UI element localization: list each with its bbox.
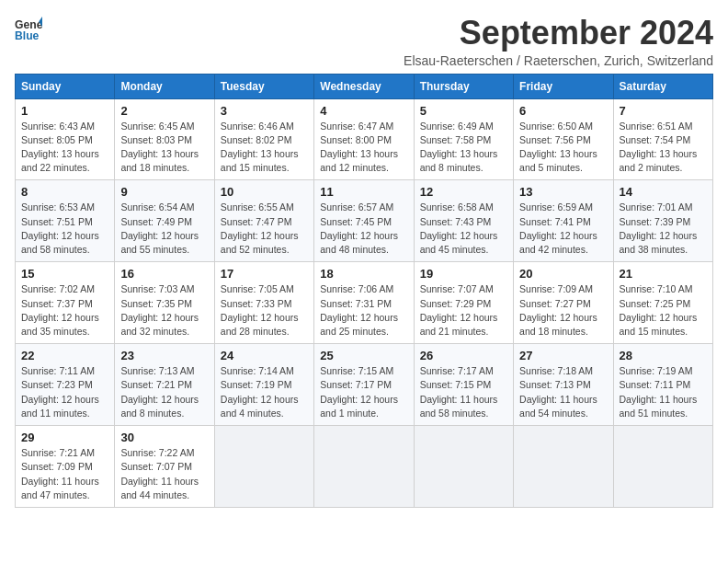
week-row-1: 1Sunrise: 6:43 AM Sunset: 8:05 PM Daylig… (16, 98, 713, 180)
calendar-cell: 16Sunrise: 7:03 AM Sunset: 7:35 PM Dayli… (115, 262, 214, 344)
calendar-cell: 24Sunrise: 7:14 AM Sunset: 7:19 PM Dayli… (214, 344, 313, 426)
calendar-cell: 20Sunrise: 7:09 AM Sunset: 7:27 PM Dayli… (514, 262, 613, 344)
day-info: Sunrise: 7:19 AM Sunset: 7:11 PM Dayligh… (620, 364, 707, 420)
calendar-cell: 14Sunrise: 7:01 AM Sunset: 7:39 PM Dayli… (613, 180, 712, 262)
calendar-cell: 22Sunrise: 7:11 AM Sunset: 7:23 PM Dayli… (16, 344, 115, 426)
calendar-cell: 4Sunrise: 6:47 AM Sunset: 8:00 PM Daylig… (314, 98, 414, 180)
day-number: 28 (620, 349, 707, 362)
day-info: Sunrise: 6:55 AM Sunset: 7:47 PM Dayligh… (221, 201, 308, 257)
col-header-sunday: Sunday (16, 74, 115, 98)
calendar-cell: 6Sunrise: 6:50 AM Sunset: 7:56 PM Daylig… (514, 98, 613, 180)
calendar-cell: 18Sunrise: 7:06 AM Sunset: 7:31 PM Dayli… (314, 262, 414, 344)
calendar-cell: 8Sunrise: 6:53 AM Sunset: 7:51 PM Daylig… (16, 180, 115, 262)
svg-text:Blue: Blue (15, 29, 40, 42)
day-number: 2 (120, 104, 208, 118)
calendar-cell: 23Sunrise: 7:13 AM Sunset: 7:21 PM Dayli… (115, 344, 214, 426)
week-row-2: 8Sunrise: 6:53 AM Sunset: 7:51 PM Daylig… (16, 180, 713, 262)
day-info: Sunrise: 6:45 AM Sunset: 8:03 PM Dayligh… (120, 120, 208, 176)
day-number: 8 (21, 185, 108, 199)
calendar-cell: 28Sunrise: 7:19 AM Sunset: 7:11 PM Dayli… (613, 344, 712, 426)
day-info: Sunrise: 7:06 AM Sunset: 7:31 PM Dayligh… (320, 282, 407, 339)
week-row-5: 29Sunrise: 7:21 AM Sunset: 7:09 PM Dayli… (16, 426, 713, 508)
day-info: Sunrise: 6:50 AM Sunset: 7:56 PM Dayligh… (519, 120, 607, 176)
day-number: 5 (420, 104, 507, 118)
day-info: Sunrise: 7:05 AM Sunset: 7:33 PM Dayligh… (221, 282, 308, 339)
calendar-cell: 27Sunrise: 7:18 AM Sunset: 7:13 PM Dayli… (514, 344, 613, 426)
day-number: 10 (221, 185, 308, 199)
calendar-cell: 7Sunrise: 6:51 AM Sunset: 7:54 PM Daylig… (613, 98, 712, 180)
col-header-thursday: Thursday (414, 74, 513, 98)
day-info: Sunrise: 6:49 AM Sunset: 7:58 PM Dayligh… (420, 120, 507, 176)
calendar-cell: 26Sunrise: 7:17 AM Sunset: 7:15 PM Dayli… (414, 344, 513, 426)
day-info: Sunrise: 7:02 AM Sunset: 7:37 PM Dayligh… (21, 282, 108, 339)
day-info: Sunrise: 7:01 AM Sunset: 7:39 PM Dayligh… (620, 201, 707, 257)
day-info: Sunrise: 7:10 AM Sunset: 7:25 PM Dayligh… (620, 282, 707, 339)
calendar-cell: 25Sunrise: 7:15 AM Sunset: 7:17 PM Dayli… (314, 344, 414, 426)
day-info: Sunrise: 6:53 AM Sunset: 7:51 PM Dayligh… (21, 201, 108, 257)
day-info: Sunrise: 6:43 AM Sunset: 8:05 PM Dayligh… (21, 120, 108, 176)
calendar-cell: 2Sunrise: 6:45 AM Sunset: 8:03 PM Daylig… (115, 98, 214, 180)
week-row-4: 22Sunrise: 7:11 AM Sunset: 7:23 PM Dayli… (16, 344, 713, 426)
calendar-cell: 9Sunrise: 6:54 AM Sunset: 7:49 PM Daylig… (115, 180, 214, 262)
day-number: 12 (420, 185, 507, 199)
col-header-friday: Friday (514, 74, 613, 98)
day-number: 9 (120, 185, 208, 199)
calendar-cell: 10Sunrise: 6:55 AM Sunset: 7:47 PM Dayli… (214, 180, 313, 262)
day-info: Sunrise: 6:59 AM Sunset: 7:41 PM Dayligh… (519, 201, 607, 257)
day-info: Sunrise: 7:15 AM Sunset: 7:17 PM Dayligh… (320, 364, 407, 420)
day-number: 20 (519, 267, 607, 281)
calendar-cell: 21Sunrise: 7:10 AM Sunset: 7:25 PM Dayli… (613, 262, 712, 344)
calendar-cell: 1Sunrise: 6:43 AM Sunset: 8:05 PM Daylig… (16, 98, 115, 180)
day-info: Sunrise: 7:22 AM Sunset: 7:07 PM Dayligh… (120, 446, 208, 502)
day-info: Sunrise: 7:03 AM Sunset: 7:35 PM Dayligh… (120, 282, 208, 339)
col-header-wednesday: Wednesday (314, 74, 414, 98)
col-header-saturday: Saturday (613, 74, 712, 98)
col-header-monday: Monday (115, 74, 214, 98)
main-title: September 2024 (404, 15, 713, 52)
page-header: General Blue September 2024 Elsau-Raeter… (15, 15, 713, 68)
day-number: 27 (519, 349, 607, 362)
calendar-cell: 13Sunrise: 6:59 AM Sunset: 7:41 PM Dayli… (514, 180, 613, 262)
day-info: Sunrise: 7:21 AM Sunset: 7:09 PM Dayligh… (21, 446, 108, 502)
day-info: Sunrise: 7:09 AM Sunset: 7:27 PM Dayligh… (519, 282, 607, 339)
day-number: 25 (320, 349, 407, 362)
logo-icon: General Blue (15, 15, 42, 42)
day-info: Sunrise: 7:18 AM Sunset: 7:13 PM Dayligh… (519, 364, 607, 420)
day-number: 7 (620, 104, 707, 118)
calendar-cell: 17Sunrise: 7:05 AM Sunset: 7:33 PM Dayli… (214, 262, 313, 344)
calendar-cell: 30Sunrise: 7:22 AM Sunset: 7:07 PM Dayli… (115, 426, 214, 508)
calendar-cell: 12Sunrise: 6:58 AM Sunset: 7:43 PM Dayli… (414, 180, 513, 262)
calendar-cell: 3Sunrise: 6:46 AM Sunset: 8:02 PM Daylig… (214, 98, 313, 180)
calendar-cell: 11Sunrise: 6:57 AM Sunset: 7:45 PM Dayli… (314, 180, 414, 262)
day-info: Sunrise: 7:13 AM Sunset: 7:21 PM Dayligh… (120, 364, 208, 420)
day-number: 23 (120, 349, 208, 362)
calendar-cell: 15Sunrise: 7:02 AM Sunset: 7:37 PM Dayli… (16, 262, 115, 344)
calendar-cell (414, 426, 513, 508)
calendar-table: SundayMondayTuesdayWednesdayThursdayFrid… (15, 74, 713, 508)
subtitle: Elsau-Raeterschen / Raeterschen, Zurich,… (404, 53, 713, 68)
calendar-cell (514, 426, 613, 508)
calendar-cell (214, 426, 313, 508)
day-number: 24 (221, 349, 308, 362)
day-info: Sunrise: 6:46 AM Sunset: 8:02 PM Dayligh… (221, 120, 308, 176)
day-number: 29 (21, 431, 108, 444)
day-info: Sunrise: 7:07 AM Sunset: 7:29 PM Dayligh… (420, 282, 507, 339)
week-row-3: 15Sunrise: 7:02 AM Sunset: 7:37 PM Dayli… (16, 262, 713, 344)
calendar-cell: 29Sunrise: 7:21 AM Sunset: 7:09 PM Dayli… (16, 426, 115, 508)
title-block: September 2024 Elsau-Raeterschen / Raete… (404, 15, 713, 68)
day-info: Sunrise: 6:54 AM Sunset: 7:49 PM Dayligh… (120, 201, 208, 257)
day-number: 4 (320, 104, 407, 118)
calendar-cell (613, 426, 712, 508)
day-number: 1 (21, 104, 108, 118)
calendar-cell: 5Sunrise: 6:49 AM Sunset: 7:58 PM Daylig… (414, 98, 513, 180)
day-number: 19 (420, 267, 507, 281)
day-number: 26 (420, 349, 507, 362)
day-number: 11 (320, 185, 407, 199)
day-info: Sunrise: 6:47 AM Sunset: 8:00 PM Dayligh… (320, 120, 407, 176)
day-number: 17 (221, 267, 308, 281)
calendar-cell (314, 426, 414, 508)
day-number: 14 (620, 185, 707, 199)
day-number: 3 (221, 104, 308, 118)
day-info: Sunrise: 6:57 AM Sunset: 7:45 PM Dayligh… (320, 201, 407, 257)
logo: General Blue (15, 15, 42, 42)
